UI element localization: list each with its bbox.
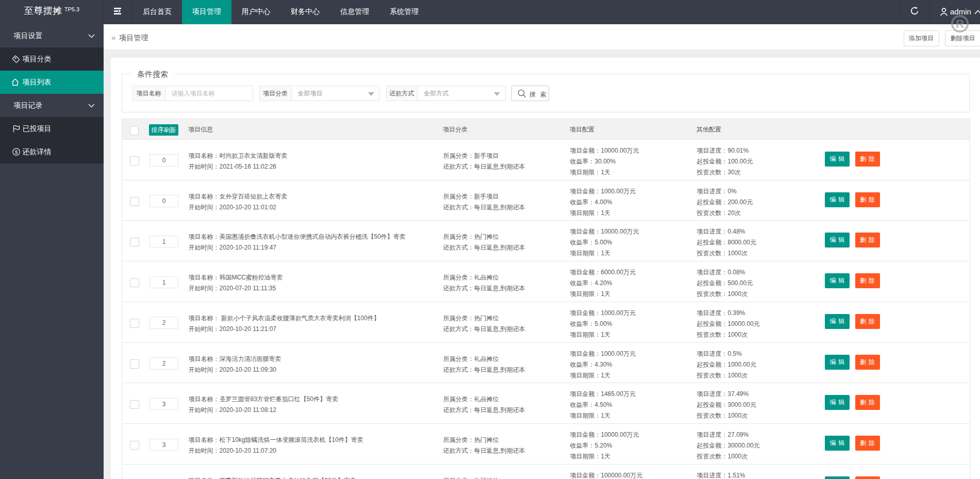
svg-text:$: $: [15, 149, 18, 155]
svg-text:R: R: [956, 18, 964, 30]
